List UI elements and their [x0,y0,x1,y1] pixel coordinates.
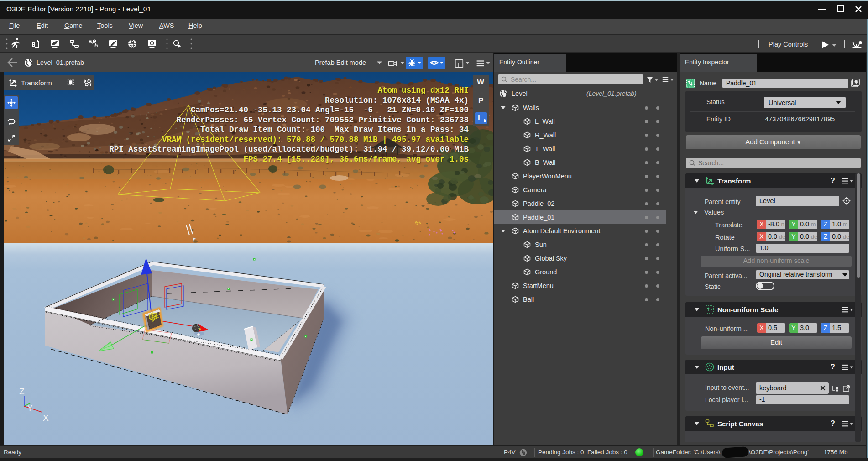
svg-text:X: X [43,413,49,423]
svg-text:Z: Z [19,387,25,396]
svg-text:Y: Y [27,404,32,413]
